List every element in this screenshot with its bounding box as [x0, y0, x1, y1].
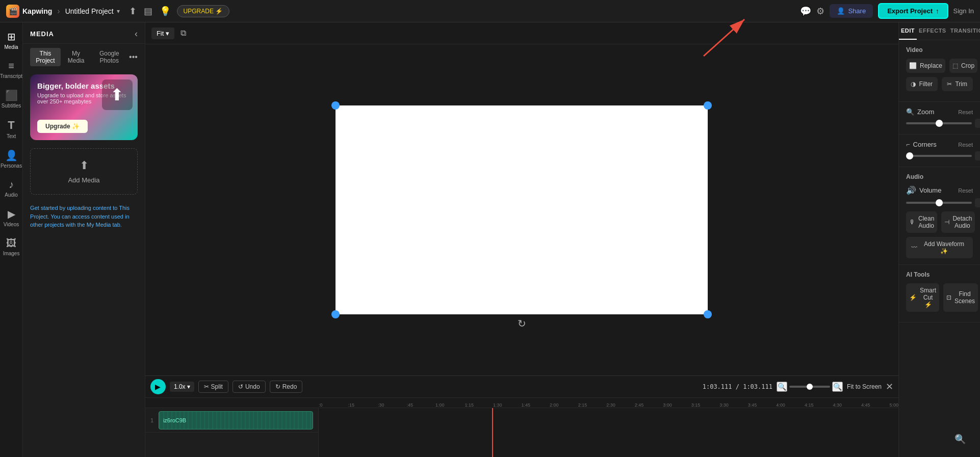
- share-button[interactable]: 👤 Share: [830, 4, 873, 18]
- add-media-icon: ⬆: [80, 159, 89, 172]
- handle-top-right[interactable]: [704, 101, 712, 110]
- videos-icon: ▶: [8, 208, 15, 220]
- volume-slider-input[interactable]: [906, 202, 972, 204]
- search-button[interactable]: 🔍: [955, 434, 966, 445]
- tab-google-photos[interactable]: Google Photos: [91, 48, 127, 66]
- upgrade-card-button[interactable]: Upgrade ✨: [37, 120, 88, 133]
- fit-to-screen-button[interactable]: Fit to Screen: [847, 383, 882, 390]
- corners-slider-input[interactable]: [906, 155, 972, 157]
- comment-icon-button[interactable]: 💬: [800, 6, 811, 17]
- handle-bottom-left[interactable]: [331, 310, 340, 318]
- sidebar-item-audio[interactable]: ♪ Audio: [0, 175, 22, 202]
- ruler-mark: 5:00: [889, 402, 898, 408]
- tab-transitions[interactable]: TRANSITIONS: [948, 22, 980, 40]
- project-title[interactable]: Untitled Project: [65, 7, 114, 15]
- handle-top-left[interactable]: [331, 101, 340, 110]
- volume-icon: 🔊: [906, 185, 916, 195]
- transcript-label: Transcript: [0, 73, 22, 79]
- tab-edit[interactable]: EDIT: [899, 22, 917, 40]
- fit-to-screen-label: Fit to Screen: [847, 383, 882, 390]
- replace-button[interactable]: ⬜ Replace: [906, 59, 945, 73]
- handle-bottom-right[interactable]: [704, 310, 712, 318]
- canvas-preview[interactable]: ↻: [336, 105, 708, 314]
- sidebar-item-personas[interactable]: 👤 Personas: [0, 145, 22, 173]
- zoom-value-input[interactable]: [975, 119, 980, 128]
- zoom-out-button[interactable]: 🔍: [777, 382, 787, 392]
- ruler-mark: 2:45: [635, 402, 644, 408]
- media-panel-close-button[interactable]: ‹: [135, 29, 138, 39]
- copy-button[interactable]: ⧉: [178, 26, 188, 40]
- play-button[interactable]: ▶: [150, 379, 166, 394]
- crop-button[interactable]: ⬚ Crop: [949, 59, 977, 73]
- fit-button[interactable]: Fit ▾: [151, 28, 174, 39]
- close-timeline-button[interactable]: ✕: [886, 381, 893, 392]
- redo-button[interactable]: ↻ Redo: [270, 381, 303, 393]
- tab-my-media[interactable]: My Media: [63, 48, 90, 66]
- clean-audio-label: Clean Audio: [918, 215, 934, 229]
- share-label: Share: [848, 7, 866, 15]
- track-clip[interactable]: iz6roC9B: [159, 411, 313, 429]
- settings-button[interactable]: ⚙: [816, 6, 824, 17]
- history-button[interactable]: ▤: [142, 4, 154, 19]
- breadcrumb-sep: ›: [57, 7, 60, 16]
- ruler-mark: 1:15: [465, 402, 474, 408]
- right-panel: EDIT EFFECTS TRANSITIONS TIMING Video ⬜ …: [898, 22, 980, 457]
- timeline-right-controls: 1:03.111 / 1:03.111 🔍 🔍 Fit to Screen ✕: [703, 381, 893, 392]
- zoom-slider-input[interactable]: [906, 122, 972, 124]
- zoom-slider[interactable]: [789, 386, 830, 388]
- sidebar-item-images[interactable]: 🖼 Images: [0, 233, 22, 260]
- zoom-reset-button[interactable]: Reset: [958, 109, 973, 115]
- help-link-my-media[interactable]: My Media tab: [87, 222, 120, 228]
- undo-button[interactable]: ↺ Undo: [233, 381, 266, 393]
- upgrade-button[interactable]: UPGRADE ⚡: [177, 5, 230, 17]
- clean-audio-button[interactable]: 🎙 Clean Audio: [906, 211, 937, 233]
- detach-audio-button[interactable]: ⊣ Detach Audio: [941, 211, 975, 233]
- magic-button[interactable]: 💡: [158, 4, 173, 19]
- add-waveform-button[interactable]: 〰 Add Waveform ✨: [906, 237, 973, 258]
- sidebar-item-text[interactable]: T Text: [0, 115, 22, 143]
- sidebar-item-media[interactable]: ⊞ Media: [0, 26, 22, 54]
- smart-cut-button[interactable]: ⚡ Smart Cut ⚡: [906, 283, 939, 312]
- trim-button[interactable]: ✂ Trim: [942, 77, 973, 91]
- canvas-refresh-button[interactable]: ↻: [518, 317, 526, 330]
- corners-value-input[interactable]: [975, 151, 980, 160]
- audio-section-title: Audio: [906, 173, 973, 180]
- ruler-marks: :0 :15 :30 :45 1:00 1:15 1:30 1:45 2:00 …: [319, 398, 898, 408]
- export-button[interactable]: Export Project ↑: [878, 3, 948, 19]
- filter-button[interactable]: ◑ Filter: [906, 77, 938, 91]
- signin-button[interactable]: Sign In: [953, 7, 974, 15]
- project-chevron-icon[interactable]: ▾: [117, 8, 120, 15]
- ruler-mark: 1:30: [493, 402, 502, 408]
- ruler-mark: 3:15: [691, 402, 701, 408]
- audio-btn-row: 🎙 Clean Audio ⊣ Detach Audio: [906, 211, 973, 233]
- find-scenes-button[interactable]: ⊡ Find Scenes: [943, 283, 978, 312]
- tab-this-project[interactable]: This Project: [30, 48, 61, 66]
- sidebar-item-subtitles[interactable]: ⬛ Subtitles: [0, 85, 22, 113]
- playhead[interactable]: [492, 408, 493, 457]
- media-icon: ⊞: [7, 31, 16, 43]
- play-icon: ▶: [155, 383, 161, 391]
- tracks-content[interactable]: [319, 408, 898, 457]
- video-section: Video ⬜ Replace ⬚ Crop ◑ Filter ✂ Tr: [899, 40, 980, 102]
- speed-button[interactable]: 1.0x ▾: [170, 382, 194, 392]
- audio-section: Audio 🔊 Volume Reset % ◇ 🎙 Clean Audio ⊣: [899, 167, 980, 265]
- split-icon: ✂: [204, 383, 209, 390]
- zoom-in-button[interactable]: 🔍: [832, 382, 843, 392]
- trim-label: Trim: [955, 80, 967, 88]
- right-panel-spacer: [899, 322, 980, 428]
- undo-label: Undo: [245, 383, 260, 390]
- sidebar-item-transcript[interactable]: ≡ Transcript: [0, 56, 22, 83]
- export-label: Export Project: [887, 7, 933, 15]
- track-number: 1: [150, 417, 159, 423]
- upload-button[interactable]: ⬆: [127, 4, 139, 19]
- media-tab-more-button[interactable]: •••: [129, 52, 138, 62]
- media-tabs: This Project My Media Google Photos •••: [23, 44, 145, 70]
- sidebar-item-videos[interactable]: ▶ Videos: [0, 204, 22, 231]
- tab-effects[interactable]: EFFECTS: [917, 22, 948, 40]
- corners-reset-button[interactable]: Reset: [958, 142, 973, 148]
- volume-reset-button[interactable]: Reset: [958, 187, 973, 194]
- split-button[interactable]: ✂ Split: [198, 381, 228, 393]
- volume-value-input[interactable]: [975, 198, 980, 207]
- topbar-right: 💬 ⚙ 👤 Share Export Project ↑ Sign In: [800, 3, 974, 19]
- add-media-button[interactable]: ⬆ Add Media: [30, 148, 138, 195]
